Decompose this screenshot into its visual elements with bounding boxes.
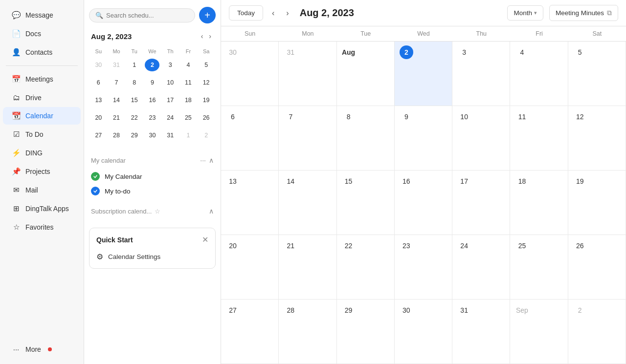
mini-calendar-prev-button[interactable]: ‹ (199, 31, 206, 41)
sidebar-item-favorites[interactable]: ☆ Favorites (3, 218, 81, 236)
sidebar-item-calendar[interactable]: 📆 Calendar (3, 107, 81, 125)
calendar-day[interactable]: 13 (221, 171, 279, 235)
mini-calendar-day[interactable]: 27 (90, 127, 107, 144)
mini-calendar-next-button[interactable]: › (206, 31, 214, 41)
mini-calendar-day[interactable]: 31 (108, 57, 125, 73)
mini-calendar-day[interactable]: 1 (180, 127, 197, 144)
calendar-day[interactable]: 31 (279, 42, 336, 106)
meeting-minutes-button[interactable]: Meeting Minutes ⧉ (549, 5, 618, 21)
search-input-wrap[interactable]: 🔍 (89, 8, 195, 22)
calendar-day[interactable]: 12 (568, 106, 626, 171)
calendar-day[interactable]: 20 (221, 235, 279, 300)
sidebar-item-dingtalk-apps[interactable]: ⊞ DingTalk Apps (3, 200, 81, 217)
mini-calendar-day[interactable]: 31 (162, 127, 179, 144)
mini-calendar-day[interactable]: 3 (162, 57, 179, 73)
my-todo-item[interactable]: My to-do (89, 184, 216, 198)
mini-calendar-day[interactable]: 21 (108, 109, 125, 126)
my-calendar-item[interactable]: My Calendar (89, 169, 216, 184)
calendar-day[interactable]: 22 (337, 235, 395, 300)
calendar-day[interactable]: Aug (337, 42, 395, 106)
mini-calendar-day[interactable]: 2 (144, 57, 161, 73)
mini-calendar-day[interactable]: 13 (90, 92, 107, 108)
subscription-star-icon[interactable]: ☆ (155, 208, 160, 215)
calendar-day[interactable]: 19 (568, 171, 626, 235)
mini-calendar-day[interactable]: 19 (198, 92, 215, 108)
mini-calendar-day[interactable]: 26 (198, 109, 215, 126)
calendar-day[interactable]: 10 (452, 106, 510, 171)
mini-calendar-day[interactable]: 8 (126, 74, 143, 91)
sidebar-item-more[interactable]: ··· More (3, 341, 81, 358)
calendar-day[interactable]: 17 (452, 171, 510, 235)
mini-calendar-day[interactable]: 16 (144, 92, 161, 108)
add-event-button[interactable]: + (199, 7, 216, 23)
calendar-day[interactable]: 24 (452, 235, 510, 300)
mini-calendar-day[interactable]: 11 (180, 74, 197, 91)
mini-calendar-day[interactable]: 4 (180, 57, 197, 73)
calendar-day[interactable]: 28 (279, 300, 336, 364)
calendar-day[interactable]: 8 (337, 106, 395, 171)
quick-start-close-button[interactable]: ✕ (202, 235, 208, 244)
mini-calendar-day[interactable]: 29 (126, 127, 143, 144)
mini-calendar-day[interactable]: 2 (198, 127, 215, 144)
calendar-day[interactable]: 30 (395, 300, 452, 364)
sidebar-item-mail[interactable]: ✉ Mail (3, 181, 81, 199)
calendar-day[interactable]: 29 (337, 300, 395, 364)
calendar-day[interactable]: 14 (279, 171, 336, 235)
calendar-day[interactable]: 30 (221, 42, 279, 106)
mini-calendar-day[interactable]: 6 (90, 74, 107, 91)
mini-calendar-day[interactable]: 15 (126, 92, 143, 108)
calendar-day[interactable]: 5 (568, 42, 626, 106)
mini-calendar-day[interactable]: 22 (126, 109, 143, 126)
calendar-day[interactable]: 26 (568, 235, 626, 300)
my-calendar-more-icon[interactable]: ··· (200, 156, 206, 164)
mini-calendar-day[interactable]: 9 (144, 74, 161, 91)
mini-calendar-day[interactable]: 1 (126, 57, 143, 73)
calendar-day[interactable]: 18 (510, 171, 568, 235)
month-select[interactable]: Month ▾ (507, 5, 543, 21)
my-calendar-collapse-icon[interactable]: ∧ (209, 156, 214, 164)
calendar-day[interactable]: 3 (452, 42, 510, 106)
mini-calendar-day[interactable]: 14 (108, 92, 125, 108)
mini-calendar-day[interactable]: 30 (90, 57, 107, 73)
mini-calendar-day[interactable]: 20 (90, 109, 107, 126)
sidebar-item-todo[interactable]: ☑ To Do (3, 126, 81, 143)
today-button[interactable]: Today (229, 5, 263, 21)
calendar-day[interactable]: Sep (510, 300, 568, 364)
calendar-day[interactable]: 2 (395, 42, 452, 106)
mini-calendar-day[interactable]: 23 (144, 109, 161, 126)
calendar-day[interactable]: 7 (279, 106, 336, 171)
calendar-day[interactable]: 21 (279, 235, 336, 300)
sidebar-item-projects[interactable]: 📌 Projects (3, 163, 81, 180)
calendar-day[interactable]: 23 (395, 235, 452, 300)
calendar-day[interactable]: 11 (510, 106, 568, 171)
mini-calendar-day[interactable]: 17 (162, 92, 179, 108)
calendar-day[interactable]: 9 (395, 106, 452, 171)
calendar-day[interactable]: 15 (337, 171, 395, 235)
calendar-day[interactable]: 16 (395, 171, 452, 235)
search-input[interactable] (106, 12, 189, 19)
calendar-settings-item[interactable]: ⚙ Calendar Settings (96, 250, 208, 263)
mini-calendar-day[interactable]: 10 (162, 74, 179, 91)
mini-calendar-day[interactable]: 28 (108, 127, 125, 144)
calendar-day[interactable]: 4 (510, 42, 568, 106)
mini-calendar-day[interactable]: 24 (162, 109, 179, 126)
next-month-button[interactable]: › (283, 7, 291, 20)
calendar-day[interactable]: 25 (510, 235, 568, 300)
mini-calendar-day[interactable]: 18 (180, 92, 197, 108)
sidebar-item-meetings[interactable]: 📅 Meetings (3, 70, 81, 88)
sidebar-item-ding[interactable]: ⚡ DING (3, 144, 81, 162)
sidebar-item-drive[interactable]: 🗂 Drive (3, 89, 81, 106)
calendar-day[interactable]: 27 (221, 300, 279, 364)
sidebar-item-docs[interactable]: 📄 Docs (3, 25, 81, 43)
calendar-day[interactable]: 31 (452, 300, 510, 364)
prev-month-button[interactable]: ‹ (269, 7, 277, 20)
mini-calendar-day[interactable]: 12 (198, 74, 215, 91)
subscription-collapse-icon[interactable]: ∧ (209, 207, 214, 215)
mini-calendar-day[interactable]: 7 (108, 74, 125, 91)
calendar-day[interactable]: 2 (568, 300, 626, 364)
mini-calendar-day[interactable]: 5 (198, 57, 215, 73)
sidebar-item-contacts[interactable]: 👤 Contacts (3, 43, 81, 61)
sidebar-item-message[interactable]: 💬 Message (3, 6, 81, 24)
mini-calendar-day[interactable]: 30 (144, 127, 161, 144)
mini-calendar-day[interactable]: 25 (180, 109, 197, 126)
